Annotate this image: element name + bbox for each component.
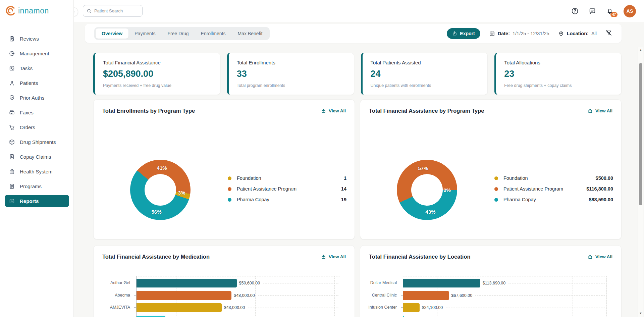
bar[interactable] [137, 303, 222, 312]
notifications-button[interactable]: 47 [606, 7, 613, 15]
sidebar-item-orders[interactable]: Orders [5, 121, 69, 133]
toolbar-controls: Export Date: 1/1/25 - 12/31/25 Location:… [447, 28, 612, 39]
stat-card-total-financial-assistance: Total Financial Assistance$205,890.00Pay… [93, 53, 220, 95]
legend-name: Patient Assistance Program [503, 186, 563, 192]
user-avatar[interactable]: AS [624, 5, 636, 17]
sidebar-item-health-system[interactable]: Health System [5, 165, 69, 177]
legend-color-dot [228, 198, 231, 202]
scrollbar-thumb[interactable] [639, 63, 642, 205]
legend-color-dot [228, 176, 231, 180]
date-filter[interactable]: Date: 1/1/25 - 12/31/25 [489, 31, 549, 37]
bar-category-labels: Dollar MedicalCentral ClinicInfusion Cen… [360, 276, 401, 317]
stat-card-total-allocations: Total Allocations23Free drug shipments +… [494, 53, 622, 95]
legend-row-foundation: Foundation$500.00 [494, 173, 613, 183]
view-all-link[interactable]: View All [321, 108, 346, 113]
sidebar-item-tasks[interactable]: Tasks [5, 62, 69, 74]
clear-filters-button[interactable] [605, 30, 612, 38]
sidebar-item-patients[interactable]: Patients [5, 77, 69, 89]
legend-value: 19 [341, 197, 346, 202]
sidebar-item-faxes[interactable]: Faxes [5, 106, 69, 118]
bar-value-label: $113,690.00 [483, 281, 506, 285]
donut-chart-assistance[interactable]: 57%0%43% [397, 160, 457, 220]
sidebar: innamon ReviewsManagementTasksPatientsPr… [0, 0, 74, 317]
sidebar-item-label: Management [20, 51, 49, 56]
bar-leader-line [263, 283, 338, 283]
location-filter-label: Location: [567, 31, 589, 36]
legend-name: Pharma Copay [237, 197, 269, 202]
cinnamon-logo-icon [5, 5, 17, 17]
sidebar-item-programs[interactable]: Programs [5, 180, 69, 192]
tab-enrollments[interactable]: Enrollments [195, 29, 232, 39]
bar-row-abecma: $48,000.00 [137, 289, 340, 302]
stat-title: Total Patients Assisted [371, 60, 480, 65]
bar[interactable] [403, 291, 449, 300]
patients-icon [9, 80, 15, 86]
bar-category-label: AMJEVITA [110, 305, 130, 310]
gridline [606, 276, 607, 317]
search-icon [87, 8, 92, 13]
slice-percent-label: 56% [152, 209, 162, 214]
patient-search-input[interactable] [94, 8, 135, 13]
bar-chart-location[interactable]: $113,690.00$67,600.00$24,100.00$500.00 [403, 276, 607, 317]
sidebar-item-copay-claims[interactable]: Copay Claims [5, 151, 69, 163]
bar[interactable] [137, 279, 237, 287]
notification-badge: 47 [610, 12, 618, 17]
vertical-scrollbar: ▲ ▼ [638, 47, 643, 317]
sidebar-item-prior-auths[interactable]: Prior Auths [5, 92, 69, 104]
bar[interactable] [137, 291, 231, 300]
bar-category-label: Abecma [115, 293, 130, 298]
topbar-actions: 47 AS [571, 0, 636, 22]
stat-value: $205,890.00 [103, 69, 212, 79]
donut-chart-enrollments[interactable]: 41%3%56% [130, 160, 191, 220]
chart-legend: Foundation1Patient Assistance Program14P… [228, 173, 346, 205]
bar-row-amjevita: $43,000.00 [137, 302, 340, 314]
app-logo: innamon [5, 5, 49, 17]
bar[interactable] [403, 279, 480, 287]
bar[interactable] [403, 316, 404, 317]
location-filter[interactable]: Location: All [558, 31, 597, 37]
tab-max-benefit[interactable]: Max Benefit [231, 29, 268, 39]
chart-title: Total Enrollments by Program Type [102, 108, 195, 114]
legend-color-dot [228, 187, 231, 191]
bar[interactable] [137, 316, 165, 317]
share-icon [588, 108, 593, 113]
export-label: Export [460, 31, 475, 36]
export-button[interactable]: Export [447, 28, 480, 39]
tab-payments[interactable]: Payments [128, 29, 161, 39]
sidebar-item-label: Prior Auths [20, 95, 44, 101]
view-all-link[interactable]: View All [588, 254, 612, 259]
patient-search-box[interactable] [83, 5, 143, 17]
scroll-up-arrow[interactable]: ▲ [638, 48, 643, 53]
bar-leader-line [446, 308, 605, 308]
sidebar-item-label: Patients [20, 80, 38, 86]
view-all-link[interactable]: View All [321, 254, 346, 259]
stat-title: Total Allocations [504, 60, 613, 65]
location-filter-value: All [591, 31, 597, 36]
bar-chart-medication[interactable]: $50,600.00$48,000.00$43,000.00 [136, 276, 340, 317]
messages-button[interactable] [589, 7, 596, 15]
health-system-icon [9, 168, 15, 175]
tab-free-drug[interactable]: Free Drug [162, 29, 195, 39]
sidebar-item-management[interactable]: Management [5, 47, 69, 59]
view-all-link[interactable]: View All [588, 108, 612, 113]
sidebar-item-reports[interactable]: Reports [5, 195, 69, 207]
sidebar-item-drug-shipments[interactable]: Drug Shipments [5, 136, 69, 148]
slice-percent-label: 57% [418, 165, 428, 171]
stat-title: Total Financial Assistance [103, 60, 212, 65]
slice-percent-label: 0% [443, 187, 451, 193]
chart-card-assistance-by-medication: Total Financial Assistance by Medication… [93, 245, 355, 317]
reviews-icon [9, 36, 15, 42]
sidebar-item-reviews[interactable]: Reviews [5, 33, 69, 45]
tasks-icon [9, 65, 15, 71]
legend-color-dot [494, 198, 498, 202]
legend-value: $500.00 [596, 175, 613, 181]
bar[interactable] [403, 303, 420, 312]
legend-name: Pharma Copay [503, 197, 536, 202]
slice-percent-label: 3% [178, 190, 185, 195]
bar-category-label: Acthar Gel [110, 280, 130, 285]
help-button[interactable] [571, 7, 579, 15]
tab-overview[interactable]: Overview [96, 29, 128, 39]
bar-row-row-4 [137, 314, 340, 317]
bar-row-central-clinic: $67,600.00 [403, 289, 606, 302]
scroll-down-arrow[interactable]: ▼ [638, 312, 643, 316]
